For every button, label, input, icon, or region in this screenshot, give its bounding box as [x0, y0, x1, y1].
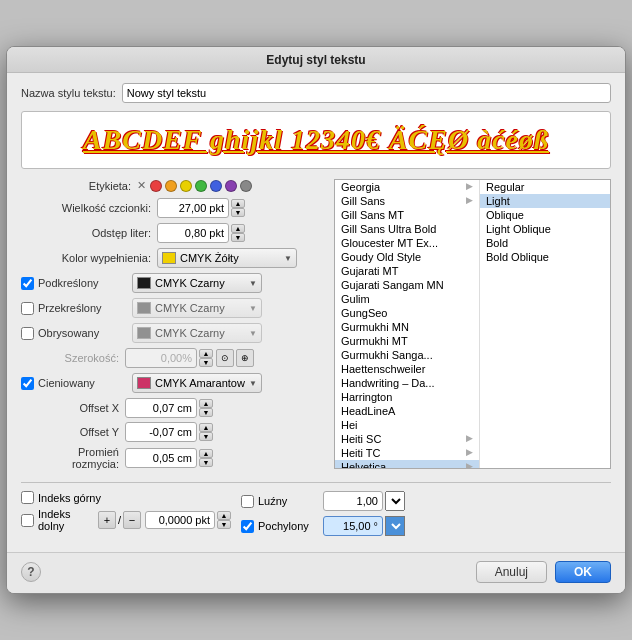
offset-y-stepper[interactable]: ▲ ▼ — [199, 423, 213, 441]
bottom-section: Indeks górny Indeks dolny + / − ▲ ▼ — [21, 491, 611, 536]
pochylony-input[interactable] — [323, 516, 383, 536]
offset-y-up[interactable]: ▲ — [199, 423, 213, 432]
font-list-item[interactable]: Gill Sans▶ — [335, 194, 479, 208]
style-list-item[interactable]: Light — [480, 194, 610, 208]
pochylony-select[interactable]: ▼ — [385, 516, 405, 536]
width-down[interactable]: ▼ — [199, 358, 213, 367]
luzny-input[interactable] — [323, 491, 383, 511]
preview-text: ABCDEF ghijkl 12340€ ÄĆĘØ àćéøß — [83, 124, 549, 156]
font-list[interactable]: Georgia▶Gill Sans▶Gill Sans MTGill Sans … — [335, 180, 480, 468]
font-list-item[interactable]: Georgia▶ — [335, 180, 479, 194]
font-size-input[interactable] — [157, 198, 229, 218]
style-list-item[interactable]: Light Oblique — [480, 222, 610, 236]
help-button[interactable]: ? — [21, 562, 41, 582]
font-list-item[interactable]: Gill Sans Ultra Bold — [335, 222, 479, 236]
pm-value-input[interactable] — [145, 511, 215, 529]
shadow-label: Cieniowany — [38, 377, 132, 389]
font-list-item[interactable]: Handwriting – Da... — [335, 376, 479, 390]
font-list-item[interactable]: Gill Sans MT — [335, 208, 479, 222]
dot-blue[interactable] — [210, 180, 222, 192]
width-up[interactable]: ▲ — [199, 349, 213, 358]
font-list-item[interactable]: Harrington — [335, 390, 479, 404]
width-icon2[interactable]: ⊕ — [236, 349, 254, 367]
offset-x-label: Offset X — [39, 402, 119, 414]
font-list-item[interactable]: Gujarati MT — [335, 264, 479, 278]
font-list-item[interactable]: Gurmukhi MT — [335, 334, 479, 348]
letter-spacing-up[interactable]: ▲ — [231, 224, 245, 233]
letter-spacing-stepper[interactable]: ▲ ▼ — [231, 224, 245, 242]
shadow-checkbox[interactable] — [21, 377, 34, 390]
dot-yellow[interactable] — [180, 180, 192, 192]
font-list-item[interactable]: Heiti SC▶ — [335, 432, 479, 446]
font-list-item[interactable]: Gulim — [335, 292, 479, 306]
blur-input[interactable] — [125, 448, 197, 468]
dot-red[interactable] — [150, 180, 162, 192]
font-size-up[interactable]: ▲ — [231, 199, 245, 208]
dot-purple[interactable] — [225, 180, 237, 192]
subscript-label: Indeks dolny — [38, 508, 92, 532]
style-list[interactable]: RegularLightObliqueLight ObliqueBoldBold… — [480, 180, 610, 468]
letter-spacing-input[interactable] — [157, 223, 229, 243]
font-list-item[interactable]: Haettenschweiler — [335, 362, 479, 376]
underline-color[interactable]: CMYK Czarny ▼ — [132, 273, 262, 293]
font-list-item[interactable]: Heiti TC▶ — [335, 446, 479, 460]
offset-x-input[interactable] — [125, 398, 197, 418]
font-list-item[interactable]: Gurmukhi Sanga... — [335, 348, 479, 362]
font-list-item[interactable]: GungSeo — [335, 306, 479, 320]
luzny-checkbox[interactable] — [241, 495, 254, 508]
offset-x-up[interactable]: ▲ — [199, 399, 213, 408]
style-list-item[interactable]: Oblique — [480, 208, 610, 222]
name-input[interactable] — [122, 83, 611, 103]
offset-x-down[interactable]: ▼ — [199, 408, 213, 417]
shadow-color[interactable]: CMYK Amarantow ▼ — [132, 373, 262, 393]
luzny-select[interactable]: ▼ — [385, 491, 405, 511]
color-dots: ✕ — [137, 179, 252, 192]
strikethrough-checkbox[interactable] — [21, 302, 34, 315]
outline-color[interactable]: CMYK Czarny ▼ — [132, 323, 262, 343]
font-list-item[interactable]: Gloucester MT Ex... — [335, 236, 479, 250]
outline-checkbox[interactable] — [21, 327, 34, 340]
font-list-item[interactable]: Goudy Old Style — [335, 250, 479, 264]
font-list-item[interactable]: Hei — [335, 418, 479, 432]
blur-down[interactable]: ▼ — [199, 458, 213, 467]
subscript-checkbox[interactable] — [21, 514, 34, 527]
style-list-item[interactable]: Bold Oblique — [480, 250, 610, 264]
blur-up[interactable]: ▲ — [199, 449, 213, 458]
font-list-item[interactable]: Gujarati Sangam MN — [335, 278, 479, 292]
strikethrough-color[interactable]: CMYK Czarny ▼ — [132, 298, 262, 318]
underline-checkbox[interactable] — [21, 277, 34, 290]
dot-orange[interactable] — [165, 180, 177, 192]
font-list-item[interactable]: Gurmukhi MN — [335, 320, 479, 334]
style-list-item[interactable]: Bold — [480, 236, 610, 250]
plus-btn[interactable]: + — [98, 511, 116, 529]
dot-green[interactable] — [195, 180, 207, 192]
dot-gray[interactable] — [240, 180, 252, 192]
subscript-row: Indeks dolny + / − ▲ ▼ — [21, 508, 231, 532]
pm-stepper[interactable]: ▲ ▼ — [217, 511, 231, 529]
offset-y-down[interactable]: ▼ — [199, 432, 213, 441]
width-input[interactable] — [125, 348, 197, 368]
x-dot[interactable]: ✕ — [137, 179, 146, 192]
edit-text-style-dialog: Edytuj styl tekstu Nazwa stylu tekstu: A… — [6, 46, 626, 594]
pochylony-checkbox[interactable] — [241, 520, 254, 533]
shadow-arrow: ▼ — [249, 379, 257, 388]
offset-x-stepper[interactable]: ▲ ▼ — [199, 399, 213, 417]
superscript-checkbox[interactable] — [21, 491, 34, 504]
style-list-item[interactable]: Regular — [480, 180, 610, 194]
font-list-item[interactable]: HeadLineA — [335, 404, 479, 418]
offset-y-input[interactable] — [125, 422, 197, 442]
font-size-down[interactable]: ▼ — [231, 208, 245, 217]
fill-color-dropdown[interactable]: CMYK Żółty ▼ — [157, 248, 297, 268]
ok-button[interactable]: OK — [555, 561, 611, 583]
font-size-stepper[interactable]: ▲ ▼ — [231, 199, 245, 217]
width-stepper[interactable]: ▲ ▼ — [199, 349, 213, 367]
letter-spacing-down[interactable]: ▼ — [231, 233, 245, 242]
minus-btn[interactable]: − — [123, 511, 141, 529]
font-list-item[interactable]: Helvetica▶ — [335, 460, 479, 468]
blur-stepper[interactable]: ▲ ▼ — [199, 449, 213, 467]
cancel-button[interactable]: Anuluj — [476, 561, 547, 583]
width-icon1[interactable]: ⊙ — [216, 349, 234, 367]
width-row: Szerokość: ▲ ▼ ⊙ ⊕ — [39, 348, 326, 368]
pm-down[interactable]: ▼ — [217, 520, 231, 529]
pm-up[interactable]: ▲ — [217, 511, 231, 520]
